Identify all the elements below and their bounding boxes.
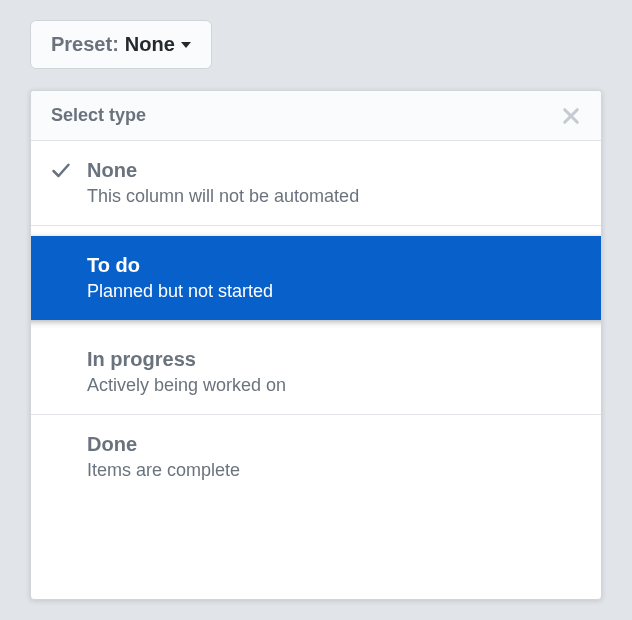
option-none[interactable]: None This column will not be automated bbox=[31, 141, 601, 226]
check-placeholder bbox=[51, 433, 87, 435]
dropdown-header: Select type bbox=[31, 91, 601, 141]
caret-down-icon bbox=[181, 42, 191, 48]
option-in-progress[interactable]: In progress Actively being worked on bbox=[31, 330, 601, 415]
option-content: In progress Actively being worked on bbox=[87, 348, 581, 396]
check-icon bbox=[51, 159, 87, 181]
option-done[interactable]: Done Items are complete bbox=[31, 415, 601, 499]
option-content: None This column will not be automated bbox=[87, 159, 581, 207]
option-title: Done bbox=[87, 433, 581, 456]
option-title: To do bbox=[87, 254, 581, 277]
preset-value: None bbox=[125, 33, 175, 56]
preset-dropdown-menu: Select type None This column will not be… bbox=[30, 90, 602, 600]
dropdown-title: Select type bbox=[51, 105, 146, 126]
option-desc: This column will not be automated bbox=[87, 186, 581, 207]
option-title: None bbox=[87, 159, 581, 182]
option-desc: Planned but not started bbox=[87, 281, 581, 302]
close-icon[interactable] bbox=[561, 106, 581, 126]
preset-label: Preset: bbox=[51, 33, 119, 56]
option-title: In progress bbox=[87, 348, 581, 371]
check-placeholder bbox=[51, 254, 87, 256]
option-desc: Items are complete bbox=[87, 460, 581, 481]
preset-dropdown-button[interactable]: Preset: None bbox=[30, 20, 212, 69]
option-content: Done Items are complete bbox=[87, 433, 581, 481]
option-desc: Actively being worked on bbox=[87, 375, 581, 396]
dropdown-options: None This column will not be automated T… bbox=[31, 141, 601, 499]
option-todo[interactable]: To do Planned but not started bbox=[30, 236, 602, 320]
option-content: To do Planned but not started bbox=[87, 254, 581, 302]
check-placeholder bbox=[51, 348, 87, 350]
